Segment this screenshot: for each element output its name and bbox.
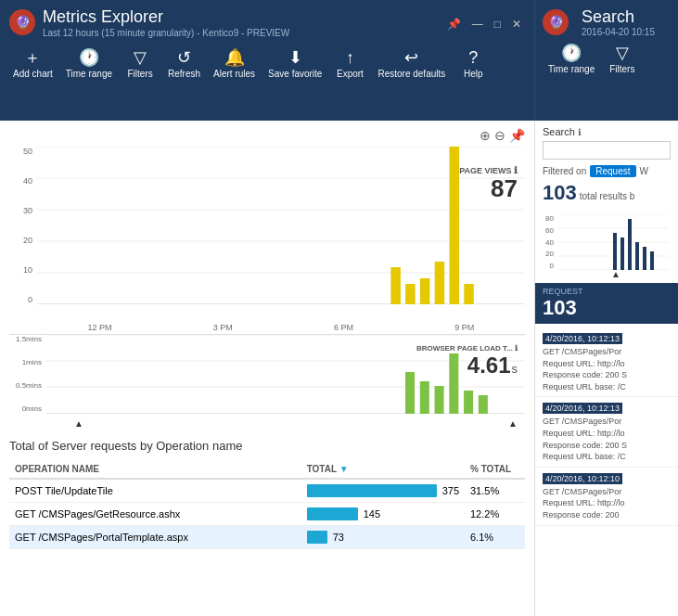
- event-list: 4/20/2016, 10:12:13 GET /CMSPages/Por Re…: [535, 327, 678, 616]
- table-row: POST Tile/UpdateTile 375 31.5%: [9, 479, 525, 503]
- event-line: GET /CMSPages/Por: [543, 486, 671, 498]
- help-icon: ?: [468, 49, 478, 66]
- x-label-6pm: 6 PM: [334, 323, 353, 332]
- app-title: Metrics Explorer: [43, 7, 289, 28]
- mini-y-80: 80: [545, 214, 554, 223]
- close-button[interactable]: ✕: [508, 16, 525, 32]
- operation-name-2: GET /CMSPages/GetResource.ashx: [9, 503, 301, 526]
- zoom-out-button[interactable]: ⊖: [494, 128, 505, 143]
- svg-rect-28: [620, 237, 624, 270]
- bar-vis-1: [307, 484, 437, 497]
- col-percent[interactable]: % TOTAL: [465, 460, 525, 479]
- pin-chart-button[interactable]: 📌: [509, 128, 525, 143]
- help-button[interactable]: ? Help: [453, 45, 493, 83]
- y-label-50: 50: [23, 147, 32, 156]
- lt-y-label-15: 1.5mins: [16, 335, 42, 343]
- col-operation[interactable]: OPERATION NAME: [9, 460, 301, 479]
- add-chart-icon: ＋: [24, 49, 41, 66]
- restore-defaults-button[interactable]: ↩ Restore defaults: [372, 45, 451, 83]
- event-line: Request URL: http://lo: [543, 428, 671, 440]
- pin-button[interactable]: 📌: [443, 16, 465, 32]
- time-range-icon: 🕐: [79, 49, 99, 66]
- svg-rect-21: [479, 395, 488, 414]
- svg-rect-11: [464, 284, 474, 304]
- y-label-40: 40: [23, 176, 32, 186]
- time-range-button[interactable]: 🕐 Time range: [60, 45, 118, 83]
- event-line: Request URL base: /C: [543, 451, 671, 463]
- event-line: Response code: 200 S: [543, 440, 671, 452]
- event-line: Request URL base: /C: [543, 381, 671, 393]
- event-date-3: 4/20/2016, 10:12:10: [543, 473, 622, 484]
- svg-rect-10: [449, 147, 459, 304]
- zoom-in-button[interactable]: ⊕: [480, 128, 491, 143]
- mini-chart-svg: [557, 214, 669, 270]
- request-item: REQUEST 103: [535, 283, 678, 324]
- search-app-icon: 🔮: [543, 9, 569, 35]
- filter-tag-request[interactable]: Request: [590, 165, 635, 177]
- request-label: REQUEST: [543, 287, 671, 296]
- search-filters-button[interactable]: ▽ Filters: [604, 41, 640, 78]
- svg-rect-6: [390, 267, 401, 304]
- table-title: Total of Server requests by Operation na…: [9, 439, 525, 453]
- alert-rules-icon: 🔔: [224, 49, 245, 66]
- app-subtitle: Last 12 hours (15 minute granularity) - …: [43, 28, 289, 38]
- mini-y-60: 60: [545, 226, 554, 235]
- operation-percent-2: 12.2%: [465, 503, 525, 526]
- left-triangle-marker: ▲: [74, 418, 83, 429]
- col-total[interactable]: TOTAL ▼: [301, 460, 465, 479]
- search-panel-label: Search: [543, 126, 575, 137]
- event-date-1: 4/20/2016, 10:12:13: [543, 333, 622, 344]
- event-line: GET /CMSPages/Por: [543, 416, 671, 428]
- svg-rect-9: [435, 262, 445, 304]
- search-time-range-button[interactable]: 🕐 Time range: [543, 41, 600, 78]
- operations-table: OPERATION NAME TOTAL ▼ % TOTAL POST Tile…: [9, 460, 525, 549]
- svg-rect-17: [420, 381, 429, 414]
- restore-defaults-icon: ↩: [404, 49, 418, 66]
- search-filters-icon: ▽: [616, 45, 629, 61]
- lt-y-label-1: 1mins: [22, 358, 42, 366]
- maximize-button[interactable]: □: [491, 16, 505, 32]
- mini-y-0: 0: [550, 262, 554, 270]
- filter-extra: W: [640, 166, 648, 176]
- lt-y-label-05: 0.5mins: [16, 381, 42, 390]
- page-views-chart: [37, 147, 525, 304]
- svg-rect-29: [628, 219, 632, 270]
- mini-y-20: 20: [545, 250, 554, 258]
- y-label-0: 0: [28, 295, 32, 304]
- event-line: Request URL: http://lo: [543, 358, 671, 370]
- search-input[interactable]: [543, 141, 671, 160]
- export-button[interactable]: ↑ Export: [329, 45, 370, 83]
- svg-rect-8: [420, 278, 430, 304]
- table-row: GET /CMSPages/GetResource.ashx 145 12.2%: [9, 503, 525, 526]
- svg-rect-16: [405, 372, 415, 414]
- svg-rect-30: [635, 242, 639, 270]
- y-label-20: 20: [23, 236, 32, 245]
- refresh-icon: ↺: [177, 49, 191, 66]
- lt-y-label-0: 0mins: [22, 404, 42, 413]
- alert-rules-button[interactable]: 🔔 Alert rules: [208, 45, 261, 83]
- operation-total-2: 145: [301, 503, 465, 526]
- filters-button[interactable]: ▽ Filters: [120, 45, 160, 83]
- svg-rect-32: [650, 251, 654, 270]
- save-favorite-button[interactable]: ⬇ Save favorite: [262, 45, 327, 83]
- filters-icon: ▽: [134, 49, 147, 66]
- x-label-3pm: 3 PM: [213, 323, 233, 332]
- event-line: Request URL: http://lo: [543, 497, 671, 509]
- save-favorite-icon: ⬇: [288, 49, 302, 66]
- event-line: GET /CMSPages/Por: [543, 346, 671, 358]
- table-row: GET /CMSPages/PortalTemplate.aspx 73 6.1…: [9, 526, 525, 549]
- browser-load-info-icon: ℹ: [515, 344, 518, 353]
- search-info-icon: ℹ: [578, 127, 582, 137]
- minimize-button[interactable]: —: [468, 16, 487, 32]
- request-count: 103: [543, 296, 671, 320]
- filtered-on-label: Filtered on: [543, 166, 586, 176]
- add-chart-button[interactable]: ＋ Add chart: [7, 45, 58, 83]
- y-label-30: 30: [23, 206, 32, 215]
- list-item: 4/20/2016, 10:12:10 GET /CMSPages/Por Re…: [535, 468, 678, 526]
- search-title: Search: [582, 7, 655, 27]
- right-triangle-marker: ▲: [508, 418, 518, 429]
- svg-rect-7: [405, 284, 416, 304]
- app-icon: 🔮: [9, 9, 35, 35]
- operation-name-1: POST Tile/UpdateTile: [9, 479, 301, 503]
- refresh-button[interactable]: ↺ Refresh: [162, 45, 206, 83]
